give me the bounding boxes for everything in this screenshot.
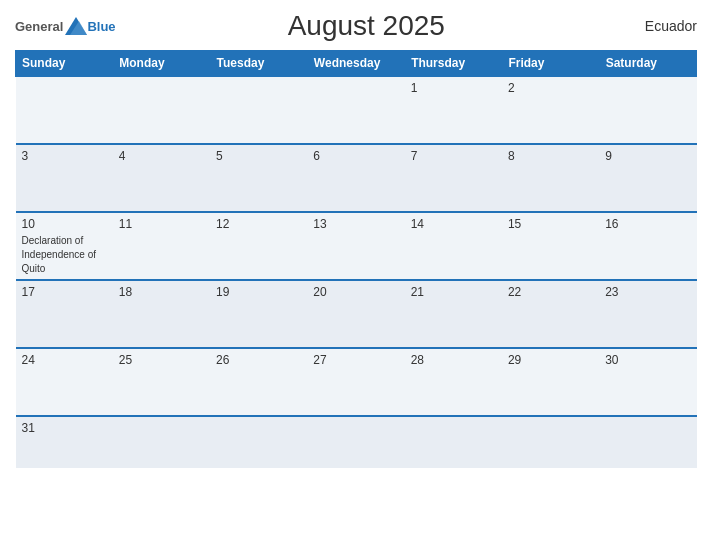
day-cell-2-4: 14 xyxy=(405,212,502,280)
day-number: 21 xyxy=(411,285,496,299)
day-number: 16 xyxy=(605,217,690,231)
day-cell-0-5: 2 xyxy=(502,76,599,144)
day-number: 30 xyxy=(605,353,690,367)
day-number: 8 xyxy=(508,149,593,163)
day-cell-3-1: 18 xyxy=(113,280,210,348)
day-cell-5-4 xyxy=(405,416,502,468)
day-cell-2-3: 13 xyxy=(307,212,404,280)
day-number: 7 xyxy=(411,149,496,163)
day-cell-4-2: 26 xyxy=(210,348,307,416)
day-cell-5-3 xyxy=(307,416,404,468)
day-number: 22 xyxy=(508,285,593,299)
day-cell-4-4: 28 xyxy=(405,348,502,416)
week-row-3: 10Declaration of Independence of Quito11… xyxy=(16,212,697,280)
day-number: 19 xyxy=(216,285,301,299)
week-row-6: 31 xyxy=(16,416,697,468)
day-number: 10 xyxy=(22,217,107,231)
day-cell-0-4: 1 xyxy=(405,76,502,144)
day-cell-0-6 xyxy=(599,76,696,144)
day-cell-1-1: 4 xyxy=(113,144,210,212)
day-number: 6 xyxy=(313,149,398,163)
day-cell-5-6 xyxy=(599,416,696,468)
logo-general-text: General xyxy=(15,19,63,34)
week-row-1: 12 xyxy=(16,76,697,144)
day-cell-4-1: 25 xyxy=(113,348,210,416)
day-number: 14 xyxy=(411,217,496,231)
day-number: 20 xyxy=(313,285,398,299)
day-cell-3-3: 20 xyxy=(307,280,404,348)
day-number: 27 xyxy=(313,353,398,367)
day-number: 31 xyxy=(22,421,107,435)
logo-blue-text: Blue xyxy=(87,19,115,34)
header-sunday: Sunday xyxy=(16,51,113,77)
day-cell-0-0 xyxy=(16,76,113,144)
day-cell-2-0: 10Declaration of Independence of Quito xyxy=(16,212,113,280)
day-number: 24 xyxy=(22,353,107,367)
header-friday: Friday xyxy=(502,51,599,77)
day-number: 5 xyxy=(216,149,301,163)
day-cell-1-6: 9 xyxy=(599,144,696,212)
day-cell-3-0: 17 xyxy=(16,280,113,348)
day-number: 3 xyxy=(22,149,107,163)
day-number: 2 xyxy=(508,81,593,95)
day-number: 17 xyxy=(22,285,107,299)
day-cell-4-0: 24 xyxy=(16,348,113,416)
day-cell-1-3: 6 xyxy=(307,144,404,212)
day-cell-3-4: 21 xyxy=(405,280,502,348)
day-cell-2-6: 16 xyxy=(599,212,696,280)
day-cell-1-2: 5 xyxy=(210,144,307,212)
week-row-4: 17181920212223 xyxy=(16,280,697,348)
day-cell-0-1 xyxy=(113,76,210,144)
country-label: Ecuador xyxy=(617,18,697,34)
day-cell-2-2: 12 xyxy=(210,212,307,280)
header: General Blue August 2025 Ecuador xyxy=(15,10,697,42)
day-number: 1 xyxy=(411,81,496,95)
day-cell-2-1: 11 xyxy=(113,212,210,280)
week-row-2: 3456789 xyxy=(16,144,697,212)
day-cell-2-5: 15 xyxy=(502,212,599,280)
day-cell-4-6: 30 xyxy=(599,348,696,416)
day-number: 12 xyxy=(216,217,301,231)
day-cell-1-0: 3 xyxy=(16,144,113,212)
calendar-table: Sunday Monday Tuesday Wednesday Thursday… xyxy=(15,50,697,468)
day-cell-1-4: 7 xyxy=(405,144,502,212)
calendar-page: General Blue August 2025 Ecuador Sunday … xyxy=(0,0,712,550)
day-number: 13 xyxy=(313,217,398,231)
header-tuesday: Tuesday xyxy=(210,51,307,77)
header-thursday: Thursday xyxy=(405,51,502,77)
day-number: 11 xyxy=(119,217,204,231)
day-cell-5-1 xyxy=(113,416,210,468)
day-number: 26 xyxy=(216,353,301,367)
day-number: 4 xyxy=(119,149,204,163)
day-cell-3-6: 23 xyxy=(599,280,696,348)
day-number: 15 xyxy=(508,217,593,231)
day-cell-5-5 xyxy=(502,416,599,468)
day-number: 23 xyxy=(605,285,690,299)
day-number: 28 xyxy=(411,353,496,367)
day-cell-5-2 xyxy=(210,416,307,468)
logo-icon xyxy=(65,17,87,35)
logo: General Blue xyxy=(15,17,116,35)
day-cell-0-2 xyxy=(210,76,307,144)
header-wednesday: Wednesday xyxy=(307,51,404,77)
weekday-header-row: Sunday Monday Tuesday Wednesday Thursday… xyxy=(16,51,697,77)
calendar-title: August 2025 xyxy=(116,10,617,42)
header-monday: Monday xyxy=(113,51,210,77)
day-cell-5-0: 31 xyxy=(16,416,113,468)
day-number: 29 xyxy=(508,353,593,367)
day-number: 25 xyxy=(119,353,204,367)
day-number: 9 xyxy=(605,149,690,163)
day-cell-0-3 xyxy=(307,76,404,144)
event-text: Declaration of Independence of Quito xyxy=(22,235,97,274)
header-saturday: Saturday xyxy=(599,51,696,77)
week-row-5: 24252627282930 xyxy=(16,348,697,416)
day-cell-3-2: 19 xyxy=(210,280,307,348)
day-cell-4-5: 29 xyxy=(502,348,599,416)
day-cell-3-5: 22 xyxy=(502,280,599,348)
day-cell-1-5: 8 xyxy=(502,144,599,212)
day-cell-4-3: 27 xyxy=(307,348,404,416)
day-number: 18 xyxy=(119,285,204,299)
